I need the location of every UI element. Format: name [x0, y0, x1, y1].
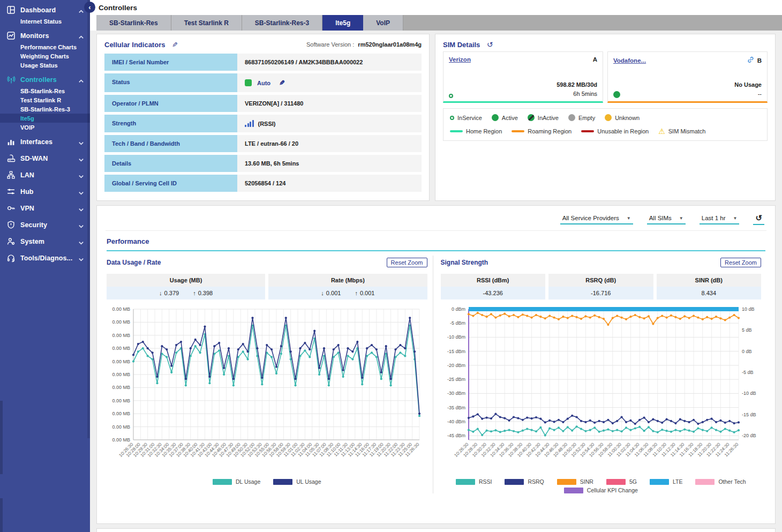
page-title: Controllers	[99, 4, 137, 12]
legend-item-5G[interactable]: 5G	[606, 478, 637, 485]
sidebar-item-weighting-charts[interactable]: Weighting Charts	[0, 51, 90, 61]
service-provider-select[interactable]: All Service Providers▼	[560, 214, 633, 224]
data-usage-title: Data Usage / Rate	[107, 259, 161, 266]
sidebar-item-sb-starlink-res[interactable]: SB-Starlink-Res	[0, 86, 90, 95]
y2-tick-label: -5 dB	[742, 370, 754, 375]
chevron-down-icon[interactable]	[78, 139, 85, 145]
y-tick-label: 0.00 MB	[112, 437, 130, 443]
sim-details-title: SIM Details	[443, 41, 480, 49]
unknown-legend-icon	[605, 114, 612, 121]
tab-test-starlink-r[interactable]: Test Starlink R	[171, 15, 242, 31]
legend-item-RSRQ[interactable]: RSRQ	[505, 478, 544, 485]
dashboard-icon	[6, 5, 16, 14]
sims-select[interactable]: All SIMs▼	[647, 214, 686, 224]
sidebar-item-security[interactable]: Security	[0, 218, 90, 231]
table-row: Strength (RSSI)	[104, 115, 422, 132]
sidebar-item-vpn[interactable]: VPN	[0, 201, 90, 215]
legend-item-SINR[interactable]: SINR	[557, 478, 593, 485]
sidebar-item-sd-wan[interactable]: SD-WAN	[0, 152, 90, 165]
chevron-up-icon[interactable]	[78, 33, 85, 39]
legend-item-Other Tech[interactable]: Other Tech	[695, 478, 746, 485]
tab-sb-starlink-res[interactable]: SB-Starlink-Res	[96, 15, 171, 31]
collapse-sidebar-button[interactable]: ‹	[84, 2, 95, 13]
sidebar-edge-scroll-strip[interactable]	[0, 401, 3, 474]
sidebar-item-hub[interactable]: Hub	[0, 185, 90, 198]
status-green-indicator	[245, 79, 252, 86]
y-tick-label: -25 dBm	[447, 377, 465, 382]
chevron-down-icon[interactable]	[78, 155, 85, 162]
refresh-charts-icon[interactable]: ↺	[753, 213, 764, 225]
chevron-down-icon[interactable]	[78, 238, 85, 245]
sidebar-item-voip[interactable]: VOIP	[0, 123, 90, 132]
tab-voip[interactable]: VoIP	[363, 15, 403, 31]
sidebar-item-interfaces[interactable]: Interfaces	[0, 135, 90, 148]
y-tick-label: 0 dBm	[451, 306, 465, 312]
signal-strength-title: Signal Strength	[441, 259, 488, 266]
sidebar-item-system[interactable]: System	[0, 235, 90, 248]
legend-label: UL Usage	[296, 478, 321, 485]
y2-tick-label: -10 dB	[742, 391, 756, 396]
sidebar-scrollbar[interactable]	[87, 0, 90, 438]
sidebar-item-monitors[interactable]: Monitors	[0, 29, 90, 42]
table-row: IMEI / Serial Number 868371050206149 / A…	[104, 54, 422, 71]
chevron-down-icon[interactable]	[78, 255, 85, 261]
reset-zoom-button[interactable]: Reset Zoom	[387, 258, 427, 267]
sim-b-provider-link[interactable]: Vodafone...	[613, 57, 646, 64]
interfaces-icon	[6, 137, 16, 146]
y-tick-label: -10 dBm	[447, 334, 465, 340]
data-usage-legend: DL UsageUL Usage	[107, 478, 427, 485]
inactive-legend-icon	[528, 114, 535, 121]
sidebar-item-controllers[interactable]: Controllers	[0, 73, 90, 86]
legend-label: Cellular KPI Change	[587, 487, 638, 493]
active-legend-icon	[492, 114, 499, 121]
chevron-down-icon[interactable]	[78, 189, 85, 195]
time-range-select[interactable]: Last 1 hr▼	[700, 214, 740, 224]
tab-sb-starlink-res-3[interactable]: SB-Starlink-Res-3	[242, 15, 322, 31]
tab-lte5g[interactable]: lte5g	[322, 15, 363, 31]
legend-item-Cellular KPI Change[interactable]: Cellular KPI Change	[564, 487, 638, 493]
system-user-gear-icon	[6, 237, 16, 246]
refresh-icon[interactable]: ↺	[487, 40, 493, 49]
legend-item-LTE[interactable]: LTE	[650, 478, 682, 485]
chevron-down-icon[interactable]	[78, 222, 85, 228]
edit-pencil-icon[interactable]: ✎	[172, 41, 178, 49]
unusable-region-swatch	[581, 130, 594, 132]
signal-strength-chart[interactable]: 10:26:3010:28:3010:30:3010:32:3010:34:30…	[441, 305, 762, 474]
legend-label: RSRQ	[528, 478, 544, 485]
edit-pencil-icon[interactable]: ✎	[279, 79, 285, 87]
chevron-down-icon[interactable]	[78, 172, 85, 178]
data-usage-chart[interactable]: 10:26:3010:28:0010:29:3010:31:0010:32:30…	[107, 305, 426, 474]
table-row: Details 13.60 MB, 6h 5mins	[104, 155, 422, 172]
chevron-up-icon[interactable]	[78, 77, 85, 83]
chevron-down-icon[interactable]	[78, 205, 85, 212]
rsrq-stat-group: RSRQ (dB) -16.716	[548, 274, 653, 299]
sidebar-item-lte5g[interactable]: lte5g	[0, 114, 90, 123]
sidebar-item-internet-status[interactable]: Internet Status	[0, 17, 90, 26]
sinr-stat-group: SINR (dB) 8.434	[657, 274, 762, 299]
sim-b-duration: --	[734, 89, 762, 99]
sidebar-item-usage-status[interactable]: Usage Status	[0, 61, 90, 70]
sidebar-item-test-starlink-r[interactable]: Test Starlink R	[0, 95, 90, 104]
legend-item-UL Usage[interactable]: UL Usage	[273, 478, 321, 485]
sidebar: Dashboard Internet Status Monitors Perfo…	[0, 0, 90, 532]
data-usage-chart-column: Data Usage / Rate Reset Zoom Usage (MB) …	[106, 256, 433, 493]
legend-item-DL Usage[interactable]: DL Usage	[213, 478, 260, 485]
sidebar-item-performance-charts[interactable]: Performance Charts	[0, 42, 90, 51]
sim-a-provider-link[interactable]: Verizon	[449, 56, 471, 63]
y2-tick-label: -20 dB	[742, 433, 756, 438]
sidebar-item-tools-diagnostics[interactable]: Tools/Diagnos...	[0, 251, 90, 265]
legend-item-RSSI[interactable]: RSSI	[456, 478, 492, 485]
sidebar-edge-scroll-strip[interactable]	[0, 498, 3, 532]
rssi-stat-group: RSSI (dBm) -43.236	[441, 274, 546, 299]
sidebar-item-sb-starlink-res-3[interactable]: SB-Starlink-Res-3	[0, 104, 90, 114]
reset-zoom-button[interactable]: Reset Zoom	[720, 258, 761, 267]
y-tick-label: -45 dBm	[447, 433, 465, 438]
legend-swatch	[273, 479, 292, 485]
sidebar-item-lan[interactable]: LAN	[0, 168, 90, 182]
sim-a-duration: 6h 5mins	[557, 89, 597, 99]
y-tick-label: 0.00 MB	[112, 359, 130, 364]
legend-swatch	[456, 479, 475, 485]
sidebar-item-dashboard[interactable]: Dashboard	[0, 3, 90, 17]
home-region-swatch	[450, 130, 463, 132]
legend-swatch	[564, 488, 583, 493]
